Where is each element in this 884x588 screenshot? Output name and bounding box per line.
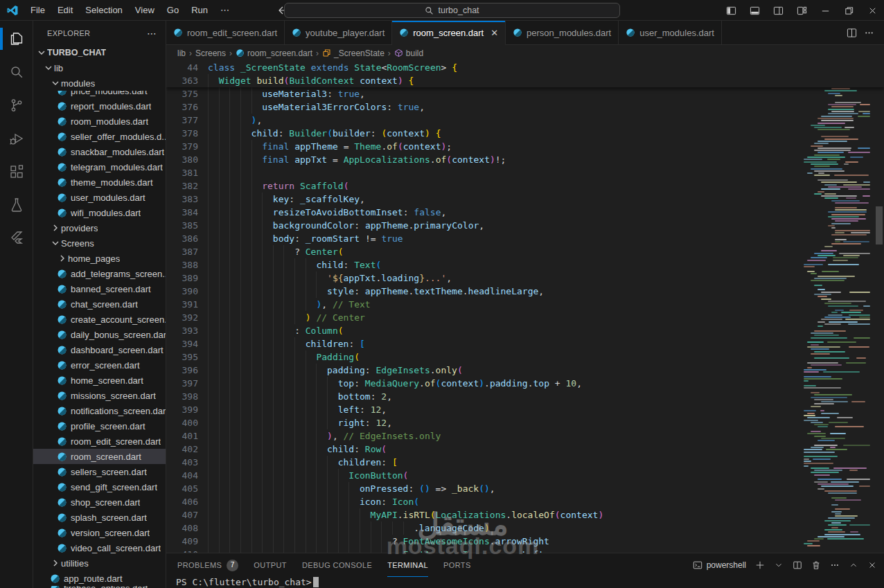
code-line-378[interactable]: 378child: Builder(builder: (context) { — [166, 127, 884, 140]
breadcrumb-room_screen-dart[interactable]: room_screen.dart — [236, 48, 312, 58]
code-line-407[interactable]: 407MyAPI.isRTL(Localizations.localeOf(co… — [166, 508, 884, 522]
command-center-search[interactable]: turbo_chat — [284, 3, 620, 18]
tab-room_screen-dart[interactable]: room_screen.dart✕ — [392, 21, 506, 45]
new-terminal-icon[interactable] — [755, 560, 765, 570]
code-line-44[interactable]: 44class _ScreenState extends State<RoomS… — [166, 61, 884, 74]
activitybar-search-icon[interactable] — [0, 55, 33, 89]
code-line-397[interactable]: 397top: MediaQuery.of(context).padding.t… — [166, 377, 884, 390]
restore-button[interactable] — [837, 0, 860, 21]
code-line-377[interactable]: 377), — [166, 114, 884, 127]
close-tab-icon[interactable]: ✕ — [490, 28, 498, 38]
tree-item-sellers_screen-dart[interactable]: sellers_screen.dart — [33, 464, 166, 479]
panel-tab-ports[interactable]: PORTS — [443, 553, 471, 577]
tree-item-room_screen-dart[interactable]: room_screen.dart — [33, 449, 166, 464]
code-line-380[interactable]: 380final appTxt = AppLocalizations.of(co… — [166, 153, 884, 166]
kill-terminal-icon[interactable] — [811, 560, 821, 570]
tree-item-report_modules-dart[interactable]: report_modules.dart — [33, 98, 166, 114]
code-line-382[interactable]: 382return Scaffold( — [166, 179, 884, 193]
tree-item-app_route-dart[interactable]: app_route.dart — [33, 571, 166, 586]
editor-scrollbar[interactable] — [874, 61, 884, 553]
tree-item-add_telegrams_screen-[interactable]: add_telegrams_screen.... — [33, 266, 166, 281]
tree-item-daily_bonus_screen-dart[interactable]: daily_bonus_screen.dart — [33, 327, 166, 342]
panel-tab-problems[interactable]: PROBLEMS7 — [177, 553, 238, 577]
activitybar-extensions-icon[interactable] — [0, 155, 33, 188]
tree-item-error_screen-dart[interactable]: error_screen.dart — [33, 357, 166, 373]
menu-edit[interactable]: Edit — [51, 0, 79, 21]
breadcrumb-Screens[interactable]: Screens — [195, 48, 226, 58]
customize-layout-icon[interactable] — [790, 0, 813, 21]
tree-item-seller_offer_modules-d-[interactable]: seller_offer_modules.d... — [33, 129, 166, 144]
tree-item-home_screen-dart[interactable]: home_screen.dart — [33, 373, 166, 388]
code-line-400[interactable]: 400right: 12, — [166, 416, 884, 429]
tree-item-banned_screen-dart[interactable]: banned_screen.dart — [33, 281, 166, 296]
terminal-output[interactable]: PS C:\flutter\turbo_chat> — [166, 577, 884, 588]
code-line-392[interactable]: 392) // Center — [166, 311, 884, 324]
minimap[interactable] — [801, 61, 874, 553]
code-line-394[interactable]: 394children: [ — [166, 337, 884, 350]
tab-user_modules-dart[interactable]: user_modules.dart — [619, 21, 722, 44]
toggle-panel-icon[interactable] — [743, 0, 766, 21]
tree-item-snackbar_modules-dart[interactable]: snackbar_modules.dart — [33, 144, 166, 159]
menu-go[interactable]: Go — [161, 0, 185, 21]
tab-person_modules-dart[interactable]: person_modules.dart — [506, 21, 619, 44]
menu-[interactable]: ⋯ — [214, 0, 236, 21]
code-line-396[interactable]: 396padding: EdgeInsets.only( — [166, 364, 884, 377]
code-line-401[interactable]: 401), // EdgeInsets.only — [166, 429, 884, 443]
code-line-409[interactable]: 409? FontAwesomeIcons.arrowRight — [166, 535, 884, 548]
tree-item-notifications_screen-dart[interactable]: notifications_screen.dart — [33, 403, 166, 418]
code-line-381[interactable]: 381 — [166, 166, 884, 179]
tree-item-Screens[interactable]: Screens — [33, 235, 166, 251]
code-line-387[interactable]: 387? Center( — [166, 245, 884, 258]
tree-item-telegram_modules-dart[interactable]: telegram_modules.dart — [33, 159, 166, 175]
code-line-399[interactable]: 399left: 12, — [166, 403, 884, 416]
tree-item-providers[interactable]: providers — [33, 220, 166, 235]
minimize-button[interactable] — [813, 0, 837, 21]
tree-item-splash_screen-dart[interactable]: splash_screen.dart — [33, 510, 166, 525]
maximize-panel-icon[interactable] — [849, 560, 858, 570]
code-line-384[interactable]: 384resizeToAvoidBottomInset: false, — [166, 206, 884, 219]
code-line-410[interactable]: 410: FontAwesomeIcons.arrowLeft, — [166, 548, 884, 553]
terminal-dropdown-icon[interactable] — [774, 560, 784, 570]
code-line-403[interactable]: 403children: [ — [166, 456, 884, 469]
code-line-390[interactable]: 390style: appTheme.textTheme.headlineLar… — [166, 285, 884, 298]
code-lines[interactable]: 375useMaterial3: true,376useMaterial3Err… — [166, 87, 884, 553]
code-line-375[interactable]: 375useMaterial3: true, — [166, 87, 884, 100]
tab-room_edit_screen-dart[interactable]: room_edit_screen.dart — [166, 21, 285, 44]
code-line-389[interactable]: 389'${appTxt.loading}...', — [166, 271, 884, 285]
code-line-404[interactable]: 404IconButton( — [166, 469, 884, 482]
tree-item-chat_screen-dart[interactable]: chat_screen.dart — [33, 296, 166, 312]
menu-selection[interactable]: Selection — [79, 0, 128, 21]
explorer-more-actions-icon[interactable]: ⋯ — [147, 28, 157, 39]
code-line-408[interactable]: 408.languageCode) — [166, 522, 884, 535]
code-line-391[interactable]: 391), // Text — [166, 298, 884, 311]
tree-item-wifi_modules-dart[interactable]: wifi_modules.dart — [33, 205, 166, 220]
code-line-406[interactable]: 406icon: Icon( — [166, 495, 884, 508]
split-terminal-icon[interactable] — [793, 560, 802, 570]
tree-item-user_modules-dart[interactable]: user_modules.dart — [33, 190, 166, 205]
code-line-398[interactable]: 398bottom: 2, — [166, 390, 884, 403]
tree-item-dashboard_screen-dart[interactable]: dashboard_screen.dart — [33, 342, 166, 357]
code-line-395[interactable]: 395Padding( — [166, 350, 884, 364]
code-editor[interactable]: 44class _ScreenState extends State<RoomS… — [166, 61, 884, 553]
tree-item-TURBO_CHAT[interactable]: TURBO_CHAT — [33, 45, 166, 60]
panel-tab-terminal[interactable]: TERMINAL — [387, 553, 428, 577]
tree-item-profile_screen-dart[interactable]: profile_screen.dart — [33, 418, 166, 434]
code-line-383[interactable]: 383key: _scaffolKey, — [166, 193, 884, 206]
panel-tab-debug-console[interactable]: DEBUG CONSOLE — [302, 553, 372, 577]
activitybar-flutter-icon[interactable] — [0, 222, 33, 255]
panel-tab-output[interactable]: OUTPUT — [254, 553, 287, 577]
breadcrumb-lib[interactable]: lib — [177, 48, 186, 58]
menu-file[interactable]: File — [24, 0, 51, 21]
toggle-sidebar-icon[interactable] — [719, 0, 743, 21]
tree-item-theme_modules-dart[interactable]: theme_modules.dart — [33, 175, 166, 190]
close-window-button[interactable] — [860, 0, 884, 21]
breadcrumb-_ScreenState[interactable]: _ScreenState — [322, 48, 384, 58]
tree-item-utilities[interactable]: utilities — [33, 555, 166, 571]
code-line-376[interactable]: 376useMaterial3ErrorColors: true, — [166, 100, 884, 114]
activitybar-testing-icon[interactable] — [0, 188, 33, 222]
tree-item-room_edit_screen-dart[interactable]: room_edit_screen.dart — [33, 434, 166, 449]
code-line-379[interactable]: 379final appTheme = Theme.of(context); — [166, 140, 884, 153]
tree-item-modules[interactable]: modules — [33, 75, 166, 91]
code-line-388[interactable]: 388child: Text( — [166, 258, 884, 271]
editor-more-actions-icon[interactable] — [864, 28, 874, 38]
